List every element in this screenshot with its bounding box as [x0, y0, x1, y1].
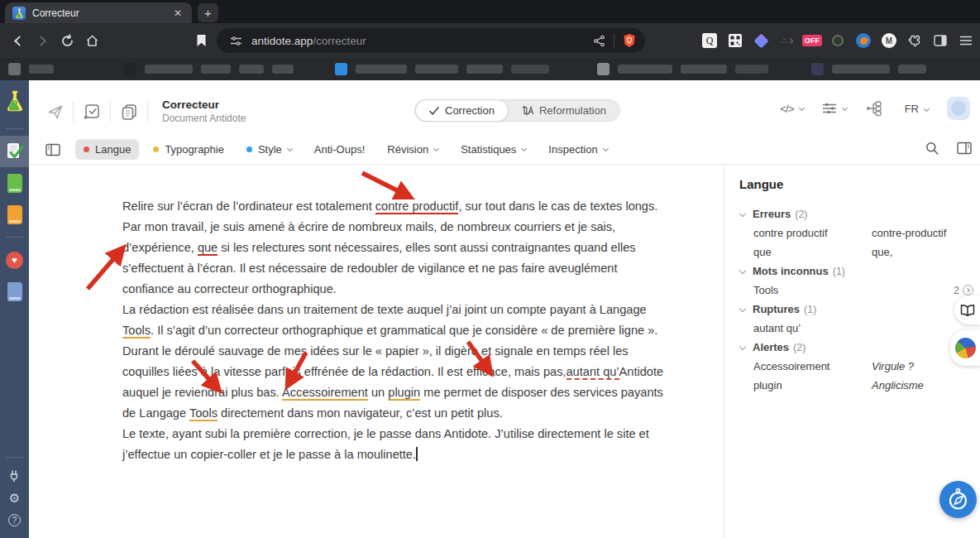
heart-icon: ♥: [6, 252, 23, 269]
bookmark-folder-icon[interactable]: [8, 63, 21, 75]
results-panel: Langue Erreurs(2)contre productifcontre-…: [724, 166, 980, 538]
result-row[interactable]: contre productifcontre-productif: [739, 223, 980, 243]
antidote-favicon: [12, 7, 26, 20]
sidebar-item-guides[interactable]: [0, 199, 29, 230]
ext-q-icon[interactable]: Q: [702, 33, 717, 48]
right-panel-toggle-icon[interactable]: [957, 142, 972, 157]
translator-flyout-tab[interactable]: [950, 330, 980, 366]
site-settings-icon[interactable]: [228, 33, 243, 48]
paragraph[interactable]: La rédaction est réalisée dans un traite…: [122, 300, 665, 424]
document-subtitle: Document Antidote: [162, 112, 246, 125]
section-header[interactable]: Erreurs(2): [739, 204, 980, 223]
bookmarks-bar[interactable]: [0, 58, 980, 80]
ext-diamond-icon[interactable]: [753, 33, 768, 48]
multicolor-globe-icon: [955, 338, 976, 358]
browser-menu-icon[interactable]: [958, 33, 973, 48]
send-icon[interactable]: [47, 103, 64, 120]
section-header[interactable]: Alertes(2): [739, 338, 980, 357]
result-row[interactable]: autant qu’: [739, 319, 980, 338]
help-icon[interactable]: ?: [8, 509, 21, 531]
correction-toggle[interactable]: Correction: [415, 99, 509, 122]
new-tab-button[interactable]: +: [198, 3, 218, 22]
tab-typographie[interactable]: Typographie: [145, 139, 232, 160]
ext-m-icon[interactable]: M: [882, 33, 896, 48]
panel-toggle-icon[interactable]: [45, 143, 60, 156]
browser-tab-strip: Correcteur ✕ +: [0, 0, 980, 23]
copy-icon[interactable]: [120, 103, 138, 121]
filter-tabbar: LangueTypographieStyleAnti-Oups!Révision…: [29, 135, 980, 165]
connectors-icon[interactable]: [8, 464, 22, 487]
ext-dots-arrow-icon[interactable]: ∴: [779, 33, 794, 48]
ext-thunderbird-icon[interactable]: [856, 33, 871, 48]
bookmark-icon-blue[interactable]: [335, 63, 347, 75]
ext-sidebar-icon[interactable]: [933, 33, 948, 48]
connections-tree-icon[interactable]: [865, 100, 883, 117]
tab-anti-oups-[interactable]: Anti-Oups!: [306, 139, 373, 160]
tab-style[interactable]: Style: [238, 139, 300, 160]
user-avatar[interactable]: [947, 97, 970, 120]
brave-shield-icon[interactable]: [622, 33, 637, 48]
result-row[interactable]: queque,: [739, 243, 980, 262]
sidebar-item-favoris[interactable]: ♥: [0, 244, 29, 276]
section-header[interactable]: Mots inconnus(1): [739, 262, 980, 281]
dictionary-flyout-tab[interactable]: [954, 295, 980, 324]
content-area: Relire sur l’écran de l’ordinateur est t…: [29, 166, 980, 538]
back-button[interactable]: [7, 23, 28, 58]
url-path: /correcteur: [313, 35, 366, 47]
result-row[interactable]: pluginAnglicisme: [739, 376, 980, 395]
paragraph[interactable]: Le texte, ayant subi la première correct…: [122, 424, 665, 465]
flagged-text[interactable]: que: [198, 241, 218, 256]
sidebar-item-correcteur[interactable]: [0, 136, 29, 167]
ext-qr-icon[interactable]: [728, 33, 743, 48]
panel-title: Langue: [739, 177, 980, 191]
reload-button[interactable]: [56, 23, 78, 58]
paragraph[interactable]: Relire sur l’écran de l’ordinateur est t…: [122, 196, 665, 300]
filters-dropdown[interactable]: [822, 102, 847, 115]
flagged-text[interactable]: ,: [562, 365, 566, 378]
add-check-icon[interactable]: [83, 103, 101, 121]
ext-timer-icon[interactable]: [830, 33, 845, 48]
settings-gear-icon[interactable]: ⚙: [9, 487, 20, 509]
sidebar-item-dictionnaires[interactable]: [0, 167, 29, 199]
flagged-text[interactable]: plugin: [388, 386, 420, 401]
search-icon[interactable]: [925, 142, 939, 157]
occurrence-badge[interactable]: 2: [954, 285, 973, 296]
home-button[interactable]: [81, 23, 103, 58]
app-sidebar: ♥ ⚙ ?: [0, 80, 29, 538]
ext-off-badge[interactable]: OFF: [805, 33, 820, 48]
section-header[interactable]: Ruptures(1): [739, 300, 980, 319]
antidote-logo[interactable]: [0, 80, 29, 122]
browser-toolbar: antidote.app/correcteur Q ∴ OFF M: [0, 23, 980, 58]
flagged-text[interactable]: Tools: [189, 406, 218, 421]
flagged-text[interactable]: contre productif: [375, 199, 459, 214]
compass-icon: [947, 488, 969, 512]
language-selector[interactable]: FR: [905, 103, 929, 115]
bookmark-icon[interactable]: [190, 23, 212, 58]
editor-text[interactable]: Relire sur l’écran de l’ordinateur est t…: [122, 196, 665, 465]
screen: Correcteur ✕ + antidote.app/correcteur: [0, 0, 980, 538]
tab-inspection[interactable]: Inspection: [540, 139, 615, 160]
tour-fab-button[interactable]: [939, 481, 977, 518]
browser-tab[interactable]: Correcteur ✕: [5, 2, 192, 23]
mode-switch: Correction Reformulation: [414, 99, 620, 122]
address-bar[interactable]: antidote.app/correcteur: [217, 28, 645, 53]
flagged-text[interactable]: Accessoirement: [282, 386, 368, 401]
forward-button[interactable]: [31, 23, 53, 58]
result-row[interactable]: Tools2: [739, 281, 980, 300]
tab-r-vision[interactable]: Révision: [379, 139, 447, 160]
tab-statistiques[interactable]: Statistiques: [452, 139, 534, 160]
flagged-text[interactable]: Tools: [122, 324, 151, 339]
result-row[interactable]: AccessoirementVirgule ?: [739, 357, 980, 376]
code-view-dropdown[interactable]: </>: [780, 103, 804, 115]
tab-close-icon[interactable]: ✕: [171, 6, 184, 21]
document-title: Correcteur: [162, 98, 246, 112]
tab-langue[interactable]: Langue: [75, 139, 139, 160]
share-icon[interactable]: [591, 33, 606, 48]
flagged-text[interactable]: autant qu’: [566, 365, 619, 380]
flagged-text[interactable]: [416, 447, 418, 461]
url-domain: antidote.app: [251, 35, 313, 47]
ext-puzzle-icon[interactable]: [907, 33, 922, 48]
correction-tabs: LangueTypographieStyleAnti-Oups!Révision…: [75, 139, 622, 160]
sidebar-item-bleuets[interactable]: [0, 276, 29, 307]
reformulation-toggle[interactable]: Reformulation: [509, 99, 619, 122]
